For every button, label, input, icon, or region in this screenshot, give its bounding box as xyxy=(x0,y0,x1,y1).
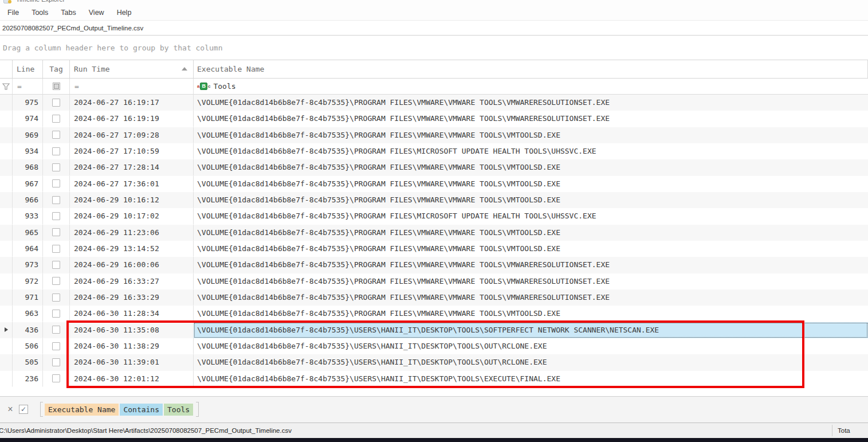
cell-executable-name[interactable]: \VOLUME{01dac8d14b6b8e7f-8c4b7535}\USERS… xyxy=(194,371,868,387)
cell-line[interactable]: 973 xyxy=(13,257,43,273)
cell-executable-name[interactable]: \VOLUME{01dac8d14b6b8e7f-8c4b7535}\PROGR… xyxy=(194,225,868,241)
cell-run-time[interactable]: 2024-06-27 16:19:19 xyxy=(70,111,194,127)
tag-checkbox[interactable] xyxy=(52,196,60,204)
cell-line[interactable]: 975 xyxy=(13,95,43,111)
cell-run-time[interactable]: 2024-06-30 11:28:34 xyxy=(70,306,194,322)
group-by-panel[interactable]: Drag a column header here to group by th… xyxy=(0,36,868,60)
column-header-run-time[interactable]: Run Time xyxy=(70,60,194,78)
cell-executable-name[interactable]: \VOLUME{01dac8d14b6b8e7f-8c4b7535}\PROGR… xyxy=(194,159,868,175)
cell-executable-name[interactable]: \VOLUME{01dac8d14b6b8e7f-8c4b7535}\PROGR… xyxy=(194,192,868,208)
cell-executable-name[interactable]: \VOLUME{01dac8d14b6b8e7f-8c4b7535}\PROGR… xyxy=(194,176,868,192)
cell-tag[interactable] xyxy=(43,322,70,338)
tag-filter-checkbox-icon[interactable] xyxy=(53,83,60,90)
cell-line[interactable]: 505 xyxy=(13,354,43,370)
cell-run-time[interactable]: 2024-06-29 10:16:12 xyxy=(70,192,194,208)
filter-close-icon[interactable]: × xyxy=(6,405,15,414)
cell-executable-name[interactable]: \VOLUME{01dac8d14b6b8e7f-8c4b7535}\PROGR… xyxy=(194,111,868,127)
cell-line[interactable]: 966 xyxy=(13,192,43,208)
column-header-line[interactable]: Line xyxy=(13,60,43,78)
cell-tag[interactable] xyxy=(43,273,70,290)
cell-run-time[interactable]: 2024-06-29 16:33:27 xyxy=(70,273,194,290)
table-row[interactable]: 436 2024-06-30 11:35:08 \VOLUME{01dac8d1… xyxy=(0,322,868,338)
tag-checkbox[interactable] xyxy=(52,358,60,366)
filter-chip-value[interactable]: Tools xyxy=(164,404,193,416)
cell-tag[interactable] xyxy=(43,159,70,175)
cell-run-time[interactable]: 2024-06-29 16:00:06 xyxy=(70,257,194,273)
tag-checkbox[interactable] xyxy=(52,212,60,220)
tab-csv-file[interactable]: 20250708082507_PECmd_Output_Timeline.csv xyxy=(0,22,148,35)
cell-line[interactable]: 969 xyxy=(13,127,43,143)
cell-run-time[interactable]: 2024-06-30 11:38:29 xyxy=(70,338,194,354)
table-row[interactable]: 236 2024-06-30 12:01:12 \VOLUME{01dac8d1… xyxy=(0,371,868,387)
table-row[interactable]: 968 2024-06-27 17:28:14 \VOLUME{01dac8d1… xyxy=(0,159,868,175)
executable-filter-value[interactable]: Tools xyxy=(213,82,235,91)
table-row[interactable]: 969 2024-06-27 17:09:28 \VOLUME{01dac8d1… xyxy=(0,127,868,143)
cell-tag[interactable] xyxy=(43,127,70,143)
cell-run-time[interactable]: 2024-06-27 17:10:59 xyxy=(70,143,194,159)
cell-line[interactable]: 934 xyxy=(13,143,43,159)
menu-tools[interactable]: Tools xyxy=(25,6,54,19)
table-row[interactable]: 972 2024-06-29 16:33:27 \VOLUME{01dac8d1… xyxy=(0,273,868,290)
cell-line[interactable]: 965 xyxy=(13,225,43,241)
cell-executable-name[interactable]: \VOLUME{01dac8d14b6b8e7f-8c4b7535}\PROGR… xyxy=(194,143,868,159)
table-row[interactable]: 934 2024-06-27 17:10:59 \VOLUME{01dac8d1… xyxy=(0,143,868,159)
tag-checkbox[interactable] xyxy=(52,147,60,155)
tag-checkbox[interactable] xyxy=(52,374,60,382)
filter-executable-cell[interactable]: a B c Tools xyxy=(194,79,868,94)
cell-tag[interactable] xyxy=(43,176,70,192)
cell-tag[interactable] xyxy=(43,338,70,354)
cell-executable-name[interactable]: \VOLUME{01dac8d14b6b8e7f-8c4b7535}\PROGR… xyxy=(194,241,868,257)
cell-tag[interactable] xyxy=(43,225,70,241)
cell-line[interactable]: 436 xyxy=(13,322,43,338)
table-row[interactable]: 974 2024-06-27 16:19:19 \VOLUME{01dac8d1… xyxy=(0,111,868,127)
cell-tag[interactable] xyxy=(43,306,70,322)
cell-line[interactable]: 236 xyxy=(13,371,43,387)
column-header-executable-name[interactable]: Executable Name xyxy=(194,60,868,78)
cell-tag[interactable] xyxy=(43,354,70,370)
cell-line[interactable]: 506 xyxy=(13,338,43,354)
cell-executable-name[interactable]: \VOLUME{01dac8d14b6b8e7f-8c4b7535}\PROGR… xyxy=(194,273,868,290)
cell-tag[interactable] xyxy=(43,95,70,111)
cell-executable-name[interactable]: \VOLUME{01dac8d14b6b8e7f-8c4b7535}\PROGR… xyxy=(194,257,868,273)
filter-chip-field[interactable]: Executable Name xyxy=(45,404,119,416)
cell-executable-name[interactable]: \VOLUME{01dac8d14b6b8e7f-8c4b7535}\USERS… xyxy=(194,338,868,354)
tag-checkbox[interactable] xyxy=(52,294,60,302)
cell-line[interactable]: 963 xyxy=(13,306,43,322)
cell-tag[interactable] xyxy=(43,290,70,306)
cell-run-time[interactable]: 2024-06-29 16:33:29 xyxy=(70,290,194,306)
cell-line[interactable]: 971 xyxy=(13,290,43,306)
tag-checkbox[interactable] xyxy=(52,115,60,123)
filter-tag-cell[interactable] xyxy=(43,79,70,94)
cell-run-time[interactable]: 2024-06-29 10:17:02 xyxy=(70,208,194,224)
cell-line[interactable]: 974 xyxy=(13,111,43,127)
cell-executable-name[interactable]: \VOLUME{01dac8d14b6b8e7f-8c4b7535}\PROGR… xyxy=(194,306,868,322)
cell-run-time[interactable]: 2024-06-29 11:23:06 xyxy=(70,225,194,241)
table-row[interactable]: 973 2024-06-29 16:00:06 \VOLUME{01dac8d1… xyxy=(0,257,868,273)
tag-checkbox[interactable] xyxy=(52,245,60,253)
column-header-tag[interactable]: Tag xyxy=(43,60,70,78)
menu-help[interactable]: Help xyxy=(111,6,138,19)
table-row[interactable]: 964 2024-06-29 13:14:52 \VOLUME{01dac8d1… xyxy=(0,241,868,257)
cell-run-time[interactable]: 2024-06-29 13:14:52 xyxy=(70,241,194,257)
cell-executable-name[interactable]: \VOLUME{01dac8d14b6b8e7f-8c4b7535}\PROGR… xyxy=(194,95,868,111)
cell-run-time[interactable]: 2024-06-27 17:09:28 xyxy=(70,127,194,143)
cell-run-time[interactable]: 2024-06-27 17:28:14 xyxy=(70,159,194,175)
cell-run-time[interactable]: 2024-06-27 17:36:01 xyxy=(70,176,194,192)
filter-expression[interactable]: Executable Name Contains Tools xyxy=(36,402,203,417)
cell-line[interactable]: 972 xyxy=(13,273,43,290)
tag-checkbox[interactable] xyxy=(52,277,60,285)
tag-checkbox[interactable] xyxy=(52,163,60,171)
filter-line-operator[interactable]: = xyxy=(13,79,43,94)
table-row[interactable]: 967 2024-06-27 17:36:01 \VOLUME{01dac8d1… xyxy=(0,176,868,192)
cell-run-time[interactable]: 2024-06-30 11:35:08 xyxy=(70,322,194,338)
cell-line[interactable]: 933 xyxy=(13,208,43,224)
tag-checkbox[interactable] xyxy=(52,99,60,107)
menu-view[interactable]: View xyxy=(83,6,111,19)
cell-executable-name[interactable]: \VOLUME{01dac8d14b6b8e7f-8c4b7535}\PROGR… xyxy=(194,208,868,224)
cell-run-time[interactable]: 2024-06-30 11:39:01 xyxy=(70,354,194,370)
table-row[interactable]: 966 2024-06-29 10:16:12 \VOLUME{01dac8d1… xyxy=(0,192,868,208)
cell-run-time[interactable]: 2024-06-27 16:19:17 xyxy=(70,95,194,111)
tag-checkbox[interactable] xyxy=(52,310,60,318)
menu-file[interactable]: File xyxy=(1,6,25,19)
table-row[interactable]: 505 2024-06-30 11:39:01 \VOLUME{01dac8d1… xyxy=(0,354,868,370)
